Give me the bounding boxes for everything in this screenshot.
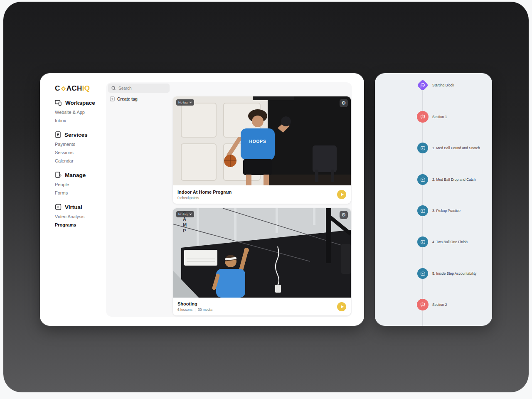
lesson-video-icon	[417, 268, 428, 279]
photo-letter: P	[183, 228, 186, 233]
nav-section-services: Services Payments Sessions Calendar	[55, 129, 106, 165]
program-meta: 0 checkpoints	[177, 196, 232, 200]
sidebar-section-label: Services	[64, 132, 88, 138]
manage-icon	[55, 172, 62, 178]
logo-text-accent: IQ	[82, 84, 90, 93]
shooting-program-photo: C A M P	[173, 208, 351, 298]
sidebar-item-people[interactable]: People	[55, 180, 106, 189]
video-play-icon	[420, 271, 426, 276]
play-icon	[341, 193, 344, 196]
timeline-label: 4. Two Ball One Finish	[432, 240, 468, 244]
timeline-item-section-1[interactable]: Section 1	[417, 111, 447, 123]
coachiq-app-window: C ACH IQ Workspace Website & App Inbox S…	[40, 73, 364, 326]
chevron-down-icon	[189, 101, 192, 103]
program-title: Indoor At Home Program	[177, 190, 232, 195]
play-button[interactable]	[337, 302, 346, 311]
timeline-label: 3. Pickup Practice	[432, 209, 461, 213]
video-play-icon	[420, 177, 426, 182]
lessons-count: 6 lessons	[177, 308, 192, 312]
sidebar-item-calendar[interactable]: Calendar	[55, 157, 106, 165]
create-tag-label: Create tag	[117, 97, 138, 101]
page: C ACH IQ Workspace Website & App Inbox S…	[0, 0, 532, 399]
lesson-video-icon	[417, 205, 428, 216]
presentation-board-icon	[420, 114, 426, 120]
section-icon	[417, 111, 429, 123]
presentation-board-icon	[420, 302, 426, 308]
sidebar-section-label: Manage	[65, 172, 86, 178]
search-placeholder: Search	[118, 86, 132, 91]
program-card-footer: Shooting 6 lessons 30 media	[173, 298, 351, 315]
timeline-item-lesson-2[interactable]: 2. Med Ball Drop and Catch	[417, 174, 475, 185]
sidebar-item-video-analysis[interactable]: Video Analysis	[55, 212, 106, 221]
gear-icon: ⚙︎	[342, 212, 346, 217]
meta-divider	[195, 308, 195, 312]
program-card-shooting[interactable]: C A M P	[173, 208, 351, 315]
timeline-item-starting-block[interactable]: Starting Block	[417, 79, 454, 91]
sidebar-item-programs[interactable]: Programs	[55, 221, 106, 229]
sidebar-section-virtual[interactable]: Virtual	[55, 202, 106, 212]
tag-dropdown[interactable]: No tag	[176, 211, 194, 217]
sidebar-item-forms[interactable]: Forms	[55, 189, 106, 197]
play-button[interactable]	[337, 190, 346, 199]
settings-button[interactable]: ⚙︎	[340, 99, 348, 107]
timeline-label: Starting Block	[432, 83, 454, 87]
logo-text: C	[55, 84, 60, 93]
sidebar: C ACH IQ Workspace Website & App Inbox S…	[40, 73, 106, 326]
tag-dropdown[interactable]: No tag	[176, 99, 194, 106]
lesson-video-icon	[417, 236, 428, 247]
sidebar-section-workspace[interactable]: Workspace	[55, 97, 106, 108]
timeline-item-section-2[interactable]: Section 2	[417, 299, 447, 310]
timeline-label: 5. Inside Step Accountability	[432, 271, 476, 276]
chevron-down-icon	[189, 213, 192, 215]
search-input[interactable]: Search	[108, 84, 170, 93]
section-icon	[417, 299, 429, 310]
plus-square-icon	[110, 96, 115, 101]
shirt-text: HOOPS	[249, 139, 266, 144]
settings-button[interactable]: ⚙︎	[340, 211, 348, 219]
programs-content-panel: Search Create tag	[106, 82, 352, 317]
sidebar-section-label: Workspace	[65, 100, 95, 106]
timeline-label: Section 2	[432, 303, 447, 307]
logo-diamond-icon	[61, 86, 66, 91]
sidebar-section-label: Virtual	[65, 204, 82, 210]
sidebar-section-services[interactable]: Services	[55, 129, 106, 140]
starting-block-icon	[417, 79, 429, 91]
nav-section-workspace: Workspace Website & App Inbox	[55, 97, 106, 125]
services-icon	[55, 131, 61, 138]
play-icon	[341, 305, 344, 308]
program-card-footer: Indoor At Home Program 0 checkpoints	[173, 185, 351, 204]
program-thumbnail: HOOPS No tag ⚙︎	[173, 96, 351, 185]
lesson-video-icon	[417, 143, 428, 153]
coachiq-logo[interactable]: C ACH IQ	[55, 84, 106, 93]
program-card-indoor[interactable]: HOOPS No tag ⚙︎	[173, 96, 351, 204]
sidebar-item-payments[interactable]: Payments	[55, 140, 106, 148]
sidebar-item-website-app[interactable]: Website & App	[55, 108, 106, 116]
timeline-item-lesson-1[interactable]: 1. Med Ball Pound and Snatch	[417, 142, 480, 154]
timeline-item-lesson-5[interactable]: 5. Inside Step Accountability	[417, 268, 476, 279]
program-meta: 6 lessons 30 media	[177, 308, 212, 312]
chat-bubble-icon	[420, 83, 425, 88]
virtual-icon	[55, 204, 62, 210]
timeline-label: 2. Med Ball Drop and Catch	[432, 177, 475, 182]
tag-label: No tag	[178, 101, 187, 104]
program-timeline-panel: Starting Block Section 1 1. Med Ball Pou…	[375, 73, 492, 326]
timeline-label: 1. Med Ball Pound and Snatch	[432, 146, 480, 150]
indoor-program-photo: HOOPS	[173, 96, 351, 185]
video-play-icon	[420, 239, 426, 245]
timeline-item-lesson-4[interactable]: 4. Two Ball One Finish	[417, 236, 468, 248]
create-tag-button[interactable]: Create tag	[110, 96, 138, 101]
sidebar-item-sessions[interactable]: Sessions	[55, 148, 106, 157]
timeline-item-lesson-3[interactable]: 3. Pickup Practice	[417, 205, 461, 217]
timeline-label: Section 1	[432, 115, 447, 119]
sidebar-section-manage[interactable]: Manage	[55, 170, 106, 180]
media-count: 30 media	[198, 308, 212, 312]
video-play-icon	[420, 208, 426, 214]
video-play-icon	[420, 145, 426, 151]
tag-label: No tag	[178, 212, 187, 216]
sidebar-item-inbox[interactable]: Inbox	[55, 116, 106, 125]
nav-section-manage: Manage People Forms	[55, 170, 106, 197]
gear-icon: ⚙︎	[342, 101, 346, 106]
nav-section-virtual: Virtual Video Analysis Programs	[55, 202, 106, 229]
search-icon	[111, 86, 116, 91]
logo-text: ACH	[66, 84, 82, 93]
